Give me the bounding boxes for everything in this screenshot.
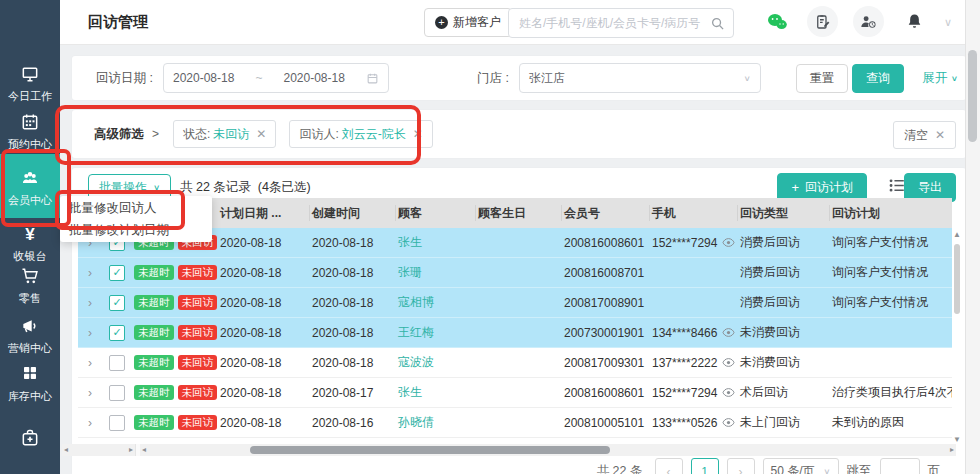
row-checkbox[interactable]: ✓ xyxy=(109,325,125,341)
row-checkbox[interactable] xyxy=(109,355,125,371)
calendar-small-icon xyxy=(366,72,379,85)
table-row[interactable]: ›未超时未回访2020-08-182020-08-17张生20081600860… xyxy=(78,378,952,408)
sidebar-item-inventory[interactable]: 库存中心 xyxy=(0,364,60,404)
customer-link[interactable]: 王红梅 xyxy=(398,325,434,339)
row-checkbox[interactable] xyxy=(109,415,125,431)
row-checkbox[interactable]: ✓ xyxy=(109,295,125,311)
filter-tag-name: 状态: xyxy=(183,126,210,143)
table-horizontal-scrollbar[interactable]: ◂ ▸ ◂ ▸ xyxy=(62,444,956,456)
current-page-button[interactable]: 1 xyxy=(691,458,719,474)
reset-button[interactable]: 重置 xyxy=(796,64,848,93)
cell-visit-type: 消费后回访 xyxy=(738,234,830,251)
scrollbar-thumb[interactable] xyxy=(250,446,610,454)
search-input[interactable] xyxy=(509,16,710,30)
col-plan-date[interactable]: 计划日期 ... xyxy=(218,205,310,221)
eye-icon[interactable] xyxy=(722,356,735,369)
chevron-down-icon: ∨ xyxy=(951,74,958,83)
col-birthday: 顾客生日 xyxy=(476,205,562,221)
sidebar: 今日工作 预约中心 会员中心 ¥ 收银台 零售 营销中心 库存中心 xyxy=(0,0,60,474)
col-visit-type: 回访类型 xyxy=(738,205,830,221)
sidebar-item-label: 库存中心 xyxy=(0,389,60,404)
row-expand-icon[interactable]: › xyxy=(78,356,100,370)
cell-create-date: 2020-08-18 xyxy=(310,326,396,340)
sidebar-item-retail[interactable]: 零售 xyxy=(0,266,60,306)
cell-phone: 133****0526 xyxy=(650,416,738,430)
row-checkbox[interactable] xyxy=(109,385,125,401)
query-button[interactable]: 查询 xyxy=(852,64,904,93)
customer-link[interactable]: 张生 xyxy=(398,385,422,399)
cell-visit-type: 未消费回访 xyxy=(738,324,830,341)
prev-page-button[interactable]: ‹ xyxy=(655,458,683,474)
chevron-down-icon[interactable]: ∨ xyxy=(944,16,952,29)
users-clock-icon[interactable] xyxy=(853,6,884,37)
jump-page-input[interactable] xyxy=(880,458,920,474)
table-vertical-scrollbar[interactable]: ▲ ▼ xyxy=(952,230,962,444)
batch-operation-menu: 批量修改回访人 批量修改计划日期 xyxy=(60,196,212,242)
row-expand-icon[interactable]: › xyxy=(78,386,100,400)
cell-member-no: 200817008901 xyxy=(562,296,650,310)
sidebar-item-medical[interactable] xyxy=(0,428,60,453)
row-expand-icon[interactable]: › xyxy=(78,326,100,340)
row-expand-icon[interactable]: › xyxy=(78,416,100,430)
table-row[interactable]: ›未超时未回访2020-08-182020-08-16孙晓倩2008100051… xyxy=(78,408,952,438)
scrollbar-thumb[interactable] xyxy=(968,50,977,142)
advanced-filter-label[interactable]: 高级筛选 xyxy=(94,126,144,143)
date-range-input[interactable]: 2020-08-18 ~ 2020-08-18 xyxy=(163,63,389,93)
clipboard-icon[interactable] xyxy=(807,6,838,37)
next-page-button[interactable]: › xyxy=(727,458,755,474)
sidebar-item-appointment[interactable]: 预约中心 xyxy=(0,112,60,152)
scroll-right-icon[interactable]: ▸ xyxy=(129,445,133,454)
wechat-icon[interactable] xyxy=(761,6,792,37)
search-icon[interactable] xyxy=(710,16,725,31)
bell-icon[interactable] xyxy=(899,6,930,37)
scroll-left-icon[interactable]: ◂ xyxy=(142,445,146,454)
cell-visit-plan: 询问客户支付情况 xyxy=(830,264,952,281)
scroll-down-icon[interactable]: ▼ xyxy=(952,435,962,444)
sidebar-item-marketing[interactable]: 营销中心 xyxy=(0,316,60,356)
close-icon[interactable]: ✕ xyxy=(413,127,423,141)
table-row[interactable]: ›✓未超时未回访2020-08-182020-08-18张珊2008160087… xyxy=(78,258,952,288)
chevron-right-icon[interactable]: > xyxy=(152,127,159,141)
close-icon[interactable]: ✕ xyxy=(256,127,266,141)
table-row[interactable]: ›未超时未回访2020-08-182020-08-18寇波波2008170093… xyxy=(78,348,952,378)
sidebar-item-members[interactable]: 会员中心 xyxy=(0,154,60,218)
status-tag-not-visited: 未回访 xyxy=(178,295,218,310)
scroll-right-icon[interactable]: ▸ xyxy=(950,445,954,454)
table-row[interactable]: ›✓未超时未回访2020-08-182020-08-18寇相博200817008… xyxy=(78,288,952,318)
customer-link[interactable]: 张生 xyxy=(398,235,422,249)
scroll-left-icon[interactable]: ◂ xyxy=(64,445,68,454)
store-label: 门店 : xyxy=(477,70,509,87)
fixed-columns-scrollbar[interactable]: ◂ ▸ xyxy=(62,444,136,456)
scroll-up-icon[interactable]: ▲ xyxy=(952,230,962,239)
eye-icon[interactable] xyxy=(722,236,735,249)
calendar-icon xyxy=(0,112,60,134)
customer-link[interactable]: 寇相博 xyxy=(398,295,434,309)
clear-filters-button[interactable]: 清空✕ xyxy=(893,121,956,149)
customer-link[interactable]: 孙晓倩 xyxy=(398,415,434,429)
add-customer-button[interactable]: + 新增客户 xyxy=(424,8,512,37)
row-expand-icon[interactable]: › xyxy=(78,296,100,310)
jump-label: 跳至 xyxy=(847,458,872,474)
menu-item-batch-edit-plan-date[interactable]: 批量修改计划日期 xyxy=(60,219,212,241)
table-row[interactable]: ›✓未超时未回访2020-08-182020-08-18王红梅200730001… xyxy=(78,318,952,348)
expand-toggle[interactable]: 展开 ∨ xyxy=(922,70,958,87)
cell-create-date: 2020-08-18 xyxy=(310,236,396,250)
cell-visit-plan: 治疗类项目执行后4次不同周... xyxy=(830,384,952,401)
store-select[interactable]: 张江店 ∨ xyxy=(519,63,761,93)
eye-icon[interactable] xyxy=(722,386,735,399)
date-start[interactable]: 2020-08-18 xyxy=(173,71,234,85)
eye-icon[interactable] xyxy=(722,416,735,429)
date-end[interactable]: 2020-08-18 xyxy=(283,71,344,85)
customer-link[interactable]: 寇波波 xyxy=(398,355,434,369)
customer-link[interactable]: 张珊 xyxy=(398,265,422,279)
page-scrollbar[interactable] xyxy=(965,0,980,474)
eye-icon[interactable] xyxy=(722,326,735,339)
page-size-select[interactable]: 50 条/页∨ xyxy=(763,458,839,474)
row-expand-icon[interactable]: › xyxy=(78,266,100,280)
menu-item-batch-edit-visitor[interactable]: 批量修改回访人 xyxy=(60,197,212,219)
sidebar-item-today-work[interactable]: 今日工作 xyxy=(0,64,60,104)
status-tag-not-visited: 未回访 xyxy=(178,385,218,400)
row-checkbox[interactable]: ✓ xyxy=(109,265,125,281)
close-icon: ✕ xyxy=(935,128,945,142)
sidebar-item-cashier[interactable]: ¥ 收银台 xyxy=(0,224,60,264)
